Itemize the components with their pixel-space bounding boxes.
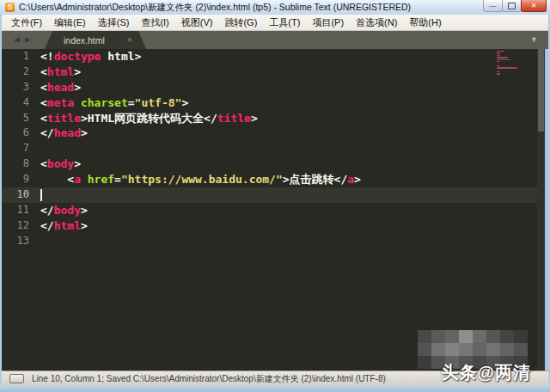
tab-next-icon[interactable]: ▶ [25,35,31,45]
code-text: </html> [40,218,88,234]
close-button[interactable]: ✕ [521,0,547,12]
text-cursor [40,189,42,201]
menu-item-9[interactable]: 帮助(H) [403,15,447,30]
line-number: 3 [2,80,40,95]
sublime-window: { "window": { "title": "C:\\Users\\Admin… [0,0,550,392]
menu-item-6[interactable]: 工具(T) [263,15,306,30]
line-number: 6 [2,126,40,141]
minimap[interactable] [497,51,517,77]
vertical-scrollbar[interactable] [537,49,545,371]
code-line-10[interactable]: 10 [2,187,545,203]
sublime-app-icon: S [5,3,15,12]
line-number: 10 [2,187,40,203]
code-text: <a href="https://www.baidu.com/">点击跳转</a… [40,172,361,187]
code-text [40,187,42,203]
scrollbar-thumb[interactable] [538,49,544,132]
title-bar[interactable]: S C:\Users\Administrator\Desktop\新建文件夹 (… [0,0,550,15]
minimize-button[interactable]: — [483,0,503,12]
code-lines: 1<!doctype html>2<html>3<head>4<meta cha… [2,49,545,249]
code-line-7[interactable]: 7 [2,141,545,156]
menu-bar: 文件(F)编辑(E)选择(S)查找(I)视图(V)跳转(G)工具(T)项目(P)… [2,15,548,31]
tab-overflow-icon[interactable]: ▼ [530,36,538,44]
tab-close-icon[interactable]: × [127,35,132,45]
code-text: <meta charset="utf-8"> [40,95,188,111]
tab-label: index.html [64,35,127,46]
line-number: 5 [2,111,40,126]
line-number: 11 [2,203,40,218]
tab-scroll-arrows: ◀ ▶ [14,35,31,45]
status-panel-icon [9,374,24,383]
tab-bar: ◀ ▶ index.html × ▼ [2,31,548,49]
code-editor[interactable]: 1<!doctype html>2<html>3<head>4<meta cha… [2,49,545,371]
code-text: <!doctype html> [40,49,141,64]
line-number: 9 [2,172,40,187]
menu-item-7[interactable]: 项目(P) [306,15,350,30]
code-line-6[interactable]: 6</head> [2,126,545,141]
code-line-2[interactable]: 2<html> [2,64,545,80]
status-text: Line 10, Column 1; Saved C:\Users\Admini… [32,373,386,385]
line-number: 4 [2,95,40,111]
tab-index-html[interactable]: index.html × [45,31,146,49]
code-text: <head> [40,80,81,95]
code-line-8[interactable]: 8<body> [2,156,545,172]
maximize-button[interactable] [502,0,522,12]
code-line-4[interactable]: 4<meta charset="utf-8"> [2,95,545,111]
line-number: 1 [2,49,40,64]
code-text: <html> [40,64,81,80]
watermark-text: 头条@两清 [441,361,531,384]
code-line-1[interactable]: 1<!doctype html> [2,49,545,64]
code-line-9[interactable]: 9 <a href="https://www.baidu.com/">点击跳转<… [2,172,545,187]
menu-item-1[interactable]: 编辑(E) [48,15,92,30]
line-number: 7 [2,141,40,156]
line-number: 12 [2,218,40,234]
code-text: <body> [40,156,81,172]
menu-item-3[interactable]: 查找(I) [135,15,174,30]
maximize-icon [508,3,516,9]
line-number: 13 [2,234,40,249]
menu-item-0[interactable]: 文件(F) [5,15,48,30]
menu-item-2[interactable]: 选择(S) [92,15,136,30]
window-controls: — ✕ [484,0,547,12]
tab-prev-icon[interactable]: ◀ [14,35,20,45]
code-text: <title>HTML网页跳转代码大全</title> [40,111,258,126]
window-border-bottom [0,386,550,392]
window-title: C:\Users\Administrator\Desktop\新建文件夹 (2)… [19,2,411,14]
code-line-12[interactable]: 12</html> [2,218,545,234]
window-border-left [0,15,2,386]
code-line-5[interactable]: 5<title>HTML网页跳转代码大全</title> [2,111,545,126]
menu-item-8[interactable]: 首选项(N) [350,15,403,30]
code-line-11[interactable]: 11</body> [2,203,545,218]
code-line-3[interactable]: 3<head> [2,80,545,95]
line-number: 8 [2,156,40,172]
code-text: </body> [40,203,88,218]
menu-item-5[interactable]: 跳转(G) [218,15,263,30]
code-line-13[interactable]: 13 [2,234,545,249]
menu-item-4[interactable]: 视图(V) [175,15,219,30]
line-number: 2 [2,64,40,80]
code-text: </head> [40,126,88,141]
